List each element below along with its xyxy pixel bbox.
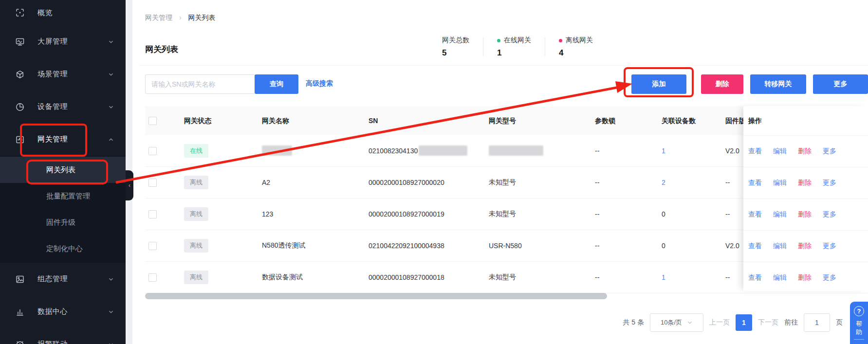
row-action-more[interactable]: 更多 [823,273,836,282]
gateway-name: A2 [262,179,270,186]
column-header-status: 网关状态 [184,106,211,135]
query-button[interactable]: 查询 [255,74,298,94]
horizontal-scrollbar-thumb[interactable] [145,293,607,299]
row-action-delete[interactable]: 删除 [798,242,812,251]
sidebar-item-overview[interactable]: 概览 [0,0,126,25]
sidebar-item-label: 大屏管理 [37,37,68,46]
row-action-delete[interactable]: 删除 [798,210,812,219]
gateway-model: 未知型号 [489,178,516,187]
select-all-checkbox[interactable] [148,117,157,125]
row-action-edit[interactable]: 编辑 [773,273,787,282]
row-action-more[interactable]: 更多 [823,242,836,251]
sidebar: 概览大屏管理场景管理设备管理网关管理网关列表批量配置管理固件升级定制化中心组态管… [0,0,126,344]
row-action-delete[interactable]: 删除 [798,147,812,156]
row-action-more[interactable]: 更多 [823,210,836,219]
gateway-model: 未知型号 [489,273,516,282]
alarm-icon [15,339,25,344]
actions-column-header: 操作 [743,106,868,135]
linked-devices-count[interactable]: 1 [662,273,665,281]
sidebar-item-gateway[interactable]: 网关管理 [0,123,126,156]
chevron-down-icon [687,320,693,326]
stat-total-label: 网关总数 [442,36,469,45]
sidebar-item-scene[interactable]: 场景管理 [0,58,126,91]
linked-devices-count[interactable]: 1 [662,147,665,155]
row-action-edit[interactable]: 编辑 [773,242,787,251]
redacted-sn [419,145,467,156]
goto-page-input[interactable] [804,313,830,332]
status-badge: 离线 [184,239,208,253]
row-checkbox[interactable] [148,273,157,282]
row-action-edit[interactable]: 编辑 [773,147,787,156]
stat-offline-value: 4 [559,48,593,58]
prev-page-button[interactable]: 上一页 [709,318,730,327]
row-action-delete[interactable]: 删除 [798,179,812,187]
overview-icon [15,7,25,18]
sidebar-item-device[interactable]: 设备管理 [0,91,126,123]
row-action-more[interactable]: 更多 [823,179,836,187]
breadcrumb: 网关管理 › 网关列表 [145,14,215,22]
param-lock-value: -- [595,135,599,166]
sidebar-item-alarm[interactable]: 报警联动 [0,328,126,344]
online-dot [497,39,500,42]
toolbar: 查询 高级搜索 添加 删除 转移网关 更多 [132,74,868,94]
sidebar-item-label: 网关管理 [37,135,68,144]
redacted-name [262,145,292,156]
gateway-icon [15,134,25,145]
delete-button[interactable]: 删除 [701,74,743,94]
scada-icon [15,274,25,285]
gateway-name: N580透传测试 [262,241,305,250]
add-button[interactable]: 添加 [631,74,686,94]
sidebar-subitem-firmware-upgrade[interactable]: 固件升级 [0,209,126,235]
row-action-view[interactable]: 查看 [748,147,762,156]
breadcrumb-separator: › [179,14,182,21]
row-actions: 查看编辑删除更多 [743,135,868,167]
pagination-total: 共 5 条 [623,318,644,327]
sidebar-collapse-handle[interactable]: ‹ [126,170,133,200]
sidebar-item-datacenter[interactable]: 数据中心 [0,295,126,328]
row-checkbox[interactable] [148,210,157,218]
page-title: 网关列表 [145,44,178,55]
page-size-value: 10条/页 [661,318,682,327]
main-content: 网关管理 › 网关列表 网关列表 网关总数 5 在线网关 1 离线网关 4 [132,0,868,344]
more-button[interactable]: 更多 [813,74,868,94]
row-action-delete[interactable]: 删除 [798,273,812,282]
transfer-gateway-button[interactable]: 转移网关 [750,74,806,94]
row-action-view[interactable]: 查看 [748,210,762,219]
advanced-search-link[interactable]: 高级搜索 [306,79,333,88]
row-action-edit[interactable]: 编辑 [773,179,787,187]
row-checkbox[interactable] [148,242,157,250]
row-action-view[interactable]: 查看 [748,179,762,187]
row-action-view[interactable]: 查看 [748,273,762,282]
gateway-console-app: 概览大屏管理场景管理设备管理网关管理网关列表批量配置管理固件升级定制化中心组态管… [0,0,868,344]
scene-icon [15,69,25,80]
breadcrumb-item-parent[interactable]: 网关管理 [145,14,172,21]
goto-prefix: 前往 [784,318,798,327]
column-header-model: 网关型号 [489,106,516,135]
param-lock-value: -- [595,199,599,229]
page-size-select[interactable]: 10条/页 [650,313,703,332]
help-widget[interactable]: ? 帮助 [850,302,868,344]
bigscreen-icon [15,36,25,47]
next-page-button[interactable]: 下一页 [758,318,778,327]
linked-devices-count[interactable]: 2 [662,179,665,186]
search-input[interactable] [145,74,255,94]
sidebar-subitem-custom-center[interactable]: 定制化中心 [0,235,126,262]
column-header-name: 网关名称 [262,106,289,135]
row-checkbox[interactable] [148,179,157,187]
row-action-more[interactable]: 更多 [823,147,836,156]
gateway-sn: 0210082304130 [369,147,418,155]
breadcrumb-item-current: 网关列表 [188,14,215,21]
sidebar-item-bigscreen[interactable]: 大屏管理 [0,25,126,58]
row-action-view[interactable]: 查看 [748,242,762,251]
sidebar-subitem-gateway-list[interactable]: 网关列表 [0,157,126,183]
gateway-submenu: 网关列表批量配置管理固件升级定制化中心 [0,156,126,263]
sidebar-item-scada[interactable]: 组态管理 [0,263,126,295]
current-page-button[interactable]: 1 [736,314,752,331]
linked-devices-count: 0 [662,242,665,250]
gateway-name: 123 [262,210,273,218]
offline-dot [559,39,562,42]
row-checkbox[interactable] [148,147,157,155]
sidebar-item-label: 数据中心 [37,307,68,316]
row-action-edit[interactable]: 编辑 [773,210,787,219]
sidebar-subitem-batch-config[interactable]: 批量配置管理 [0,183,126,209]
